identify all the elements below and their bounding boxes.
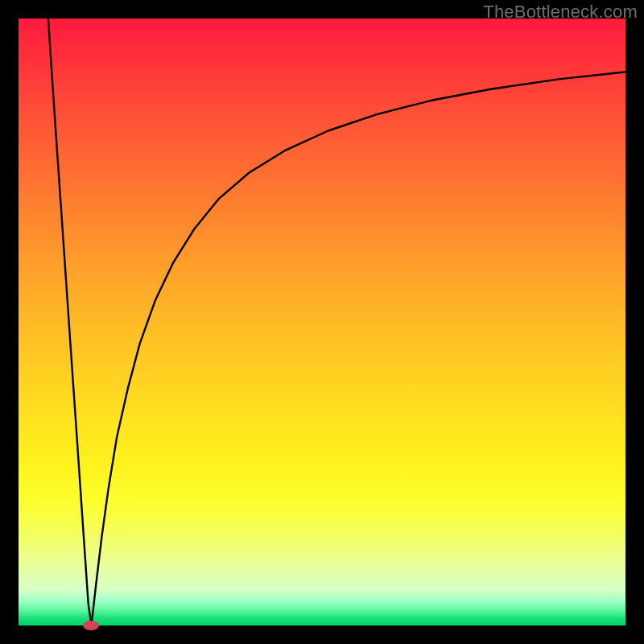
- curve-left-branch: [48, 19, 92, 625]
- curve-right-branch: [92, 72, 626, 625]
- chart-frame: [19, 19, 625, 625]
- notch-marker: [83, 621, 99, 630]
- watermark-text: TheBottleneck.com: [483, 2, 638, 23]
- bottleneck-curve: [19, 19, 625, 625]
